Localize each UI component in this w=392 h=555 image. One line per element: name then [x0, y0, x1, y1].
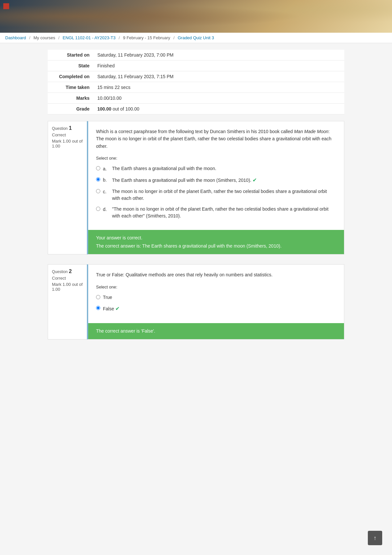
- q2-radio-true[interactable]: [96, 295, 100, 299]
- time-taken-value: 15 mins 22 secs: [93, 82, 344, 93]
- q2-feedback-line1: The correct answer is 'False'.: [96, 328, 336, 335]
- started-on-value: Saturday, 11 February 2023, 7:00 PM: [93, 50, 344, 61]
- q1-feedback-line1: Your answer is correct.: [96, 234, 336, 241]
- info-row-marks: Marks 10.00/10.00: [48, 93, 344, 104]
- q1-radio-a[interactable]: [96, 166, 100, 170]
- quiz-info-table: Started on Saturday, 11 February 2023, 7…: [48, 50, 344, 114]
- completed-on-label: Completed on: [48, 71, 93, 82]
- q1-option-b: b. The Earth shares a gravitational pull…: [96, 176, 336, 184]
- main-content: Started on Saturday, 11 February 2023, 7…: [42, 50, 350, 339]
- question-1-mark: Mark 1.00 out of 1.00: [52, 139, 83, 148]
- q1-text-before: Which is a correct paraphrase from the f…: [96, 129, 294, 134]
- q1-options-list: a. The Earth shares a gravitational pull…: [96, 165, 336, 219]
- q1-letter-a: a.: [103, 165, 109, 172]
- q1-checkmark-b: ✔: [253, 177, 257, 183]
- marks-label: Marks: [48, 93, 93, 104]
- q1-radio-c[interactable]: [96, 189, 100, 193]
- question-2-sidebar: Question 2 Correct Mark 1.00 out of 1.00: [48, 264, 87, 339]
- breadcrumb-sep-4: /: [173, 35, 175, 40]
- q1-text-d: "The moon is no longer in orbit of the p…: [112, 206, 336, 219]
- started-on-label: Started on: [48, 50, 93, 61]
- q1-text-italic: Man Made Moon: [294, 129, 328, 134]
- q2-text-false: False✔: [103, 305, 336, 313]
- info-row-time: Time taken 15 mins 22 secs: [48, 82, 344, 93]
- info-row-state: State Finished: [48, 61, 344, 71]
- state-value: Finished: [93, 61, 344, 71]
- time-taken-label: Time taken: [48, 82, 93, 93]
- q1-radio-d[interactable]: [96, 207, 100, 211]
- q1-text-a: The Earth shares a gravitational pull wi…: [112, 165, 336, 172]
- breadcrumb-week: 9 February - 15 February: [123, 35, 171, 40]
- q1-option-c: c. The moon is no longer in orbit of the…: [96, 188, 336, 202]
- state-label: State: [48, 61, 93, 71]
- grade-number: 100.00: [97, 106, 111, 112]
- q1-select-one: Select one:: [96, 155, 336, 162]
- q1-text-c: The moon is no longer in orbit of the pl…: [112, 188, 336, 202]
- breadcrumb-dashboard-link[interactable]: Dashboard: [5, 35, 26, 40]
- info-row-started: Started on Saturday, 11 February 2023, 7…: [48, 50, 344, 61]
- q1-letter-d: d.: [103, 206, 109, 213]
- q2-text-true: True: [103, 294, 336, 301]
- q2-select-one: Select one:: [96, 284, 336, 291]
- question-1-text: Which is a correct paraphrase from the f…: [96, 128, 336, 150]
- question-1-label: Question 1: [52, 125, 83, 131]
- question-2-body: True or False: Qualitative methods are o…: [88, 265, 344, 323]
- q2-checkmark-false: ✔: [115, 306, 120, 311]
- breadcrumb: Dashboard / My courses / ENGL 1102-01 - …: [0, 33, 392, 43]
- question-1-sidebar: Question 1 Correct Mark 1.00 out of 1.00: [48, 121, 87, 254]
- grade-value: 100.00 out of 100.00: [93, 104, 344, 114]
- question-2-label: Question 2: [52, 269, 83, 274]
- question-2-mark: Mark 1.00 out of 1.00: [52, 282, 83, 292]
- q1-feedback-line2: The correct answer is: The Earth shares …: [96, 243, 336, 250]
- header-banner: [0, 0, 392, 33]
- question-2-status: Correct: [52, 276, 83, 281]
- breadcrumb-mycourses: My courses: [33, 35, 55, 40]
- q1-radio-b[interactable]: [96, 177, 100, 182]
- grade-label: Grade: [48, 104, 93, 114]
- question-1-block: Question 1 Correct Mark 1.00 out of 1.00…: [48, 121, 344, 254]
- info-row-completed: Completed on Saturday, 11 February 2023,…: [48, 71, 344, 82]
- question-2-text: True or False: Qualitative methods are o…: [96, 271, 336, 278]
- q1-option-d: d. "The moon is no longer in orbit of th…: [96, 206, 336, 219]
- question-1-main: Which is a correct paraphrase from the f…: [87, 121, 344, 254]
- breadcrumb-course-link[interactable]: ENGL 1102-01 - AY2023-T3: [63, 35, 116, 40]
- q2-radio-false[interactable]: [96, 306, 100, 310]
- q1-letter-b: b.: [103, 176, 109, 183]
- question-1-body: Which is a correct paraphrase from the f…: [88, 121, 344, 230]
- breadcrumb-sep-1: /: [29, 35, 30, 40]
- q2-feedback: The correct answer is 'False'.: [88, 323, 344, 339]
- question-1-status: Correct: [52, 132, 83, 137]
- breadcrumb-sep-3: /: [119, 35, 120, 40]
- marks-value: 10.00/10.00: [93, 93, 344, 104]
- q2-options-list: True False✔: [96, 294, 336, 313]
- q1-option-a: a. The Earth shares a gravitational pull…: [96, 165, 336, 172]
- q1-letter-c: c.: [103, 188, 109, 195]
- q2-option-false: False✔: [96, 305, 336, 313]
- info-row-grade: Grade 100.00 out of 100.00: [48, 104, 344, 114]
- breadcrumb-sep-2: /: [58, 35, 60, 40]
- q2-option-true: True: [96, 294, 336, 301]
- question-2-main: True or False: Qualitative methods are o…: [87, 264, 344, 339]
- breadcrumb-quiz-link[interactable]: Graded Quiz Unit 3: [178, 35, 214, 40]
- grade-suffix: out of 100.00: [111, 106, 139, 112]
- completed-on-value: Saturday, 11 February 2023, 7:15 PM: [93, 71, 344, 82]
- header-red-square: [3, 3, 9, 9]
- q1-text-b: The Earth shares a gravitational pull wi…: [112, 176, 336, 184]
- q1-feedback: Your answer is correct. The correct answ…: [88, 230, 344, 254]
- question-2-block: Question 2 Correct Mark 1.00 out of 1.00…: [48, 264, 344, 339]
